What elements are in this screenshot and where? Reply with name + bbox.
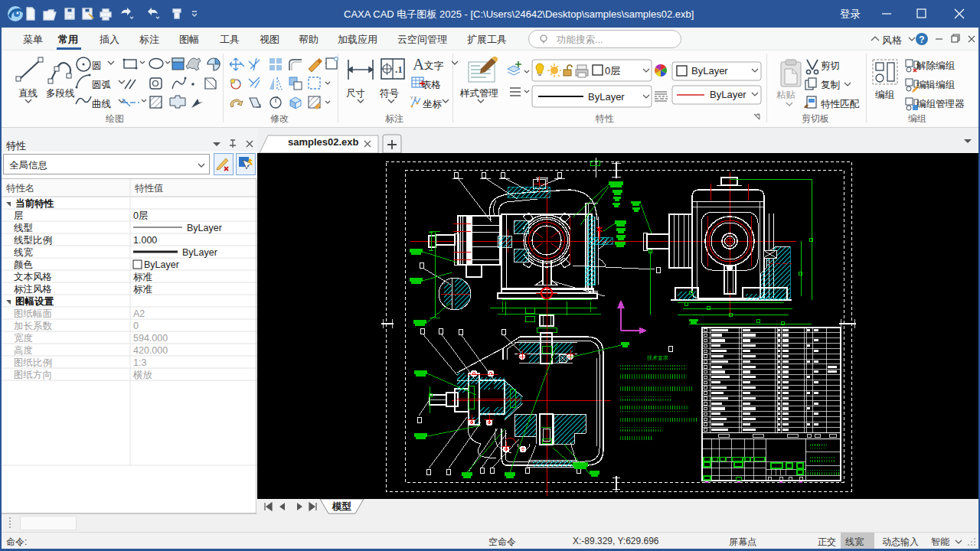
svg-text:ByLayer: ByLayer bbox=[588, 91, 625, 103]
svg-text:宽度: 宽度 bbox=[14, 333, 33, 344]
svg-text:标准: 标准 bbox=[133, 284, 152, 295]
svg-text:线型比例: 线型比例 bbox=[14, 235, 52, 246]
svg-text:594.000: 594.000 bbox=[133, 333, 168, 344]
svg-text:0: 0 bbox=[133, 321, 139, 331]
svg-text:1.000: 1.000 bbox=[133, 235, 157, 246]
svg-text:A2: A2 bbox=[133, 308, 145, 319]
svg-text:图纸方向: 图纸方向 bbox=[14, 370, 52, 380]
svg-text:ByLayer: ByLayer bbox=[144, 259, 179, 270]
svg-text:ByLayer: ByLayer bbox=[691, 65, 728, 77]
svg-text:图纸比例: 图纸比例 bbox=[14, 357, 52, 368]
svg-text:技术要求: 技术要求 bbox=[646, 355, 668, 361]
svg-text:线宽: 线宽 bbox=[14, 247, 33, 258]
svg-text:ByLayer: ByLayer bbox=[182, 247, 217, 258]
svg-text:加长系数: 加长系数 bbox=[14, 321, 53, 331]
svg-text:ByLayer: ByLayer bbox=[710, 89, 746, 100]
svg-text:标准: 标准 bbox=[133, 272, 152, 282]
svg-text:420.000: 420.000 bbox=[133, 345, 168, 356]
svg-text:特性值: 特性值 bbox=[135, 183, 164, 194]
svg-text:图纸幅面: 图纸幅面 bbox=[14, 308, 52, 319]
svg-text:图幅设置: 图幅设置 bbox=[15, 296, 54, 307]
svg-text:ByLayer: ByLayer bbox=[187, 223, 222, 233]
svg-text:0层: 0层 bbox=[133, 210, 148, 221]
svg-text:0层: 0层 bbox=[605, 65, 620, 77]
svg-text:横放: 横放 bbox=[132, 370, 152, 380]
svg-text:层: 层 bbox=[14, 210, 24, 221]
svg-text:特性名: 特性名 bbox=[6, 183, 35, 194]
svg-text:标注风格: 标注风格 bbox=[14, 284, 52, 295]
svg-text:1:3: 1:3 bbox=[133, 357, 146, 368]
svg-text:文本风格: 文本风格 bbox=[14, 272, 52, 282]
svg-text:高度: 高度 bbox=[14, 345, 33, 356]
svg-text:A: A bbox=[413, 55, 425, 73]
svg-text:Y X: Y X bbox=[410, 96, 417, 100]
svg-text:.1: .1 bbox=[395, 64, 403, 75]
svg-text:当前特性: 当前特性 bbox=[15, 198, 54, 209]
svg-text:线型: 线型 bbox=[14, 223, 33, 233]
svg-text:?: ? bbox=[919, 34, 924, 45]
svg-text:颜色: 颜色 bbox=[14, 259, 33, 270]
